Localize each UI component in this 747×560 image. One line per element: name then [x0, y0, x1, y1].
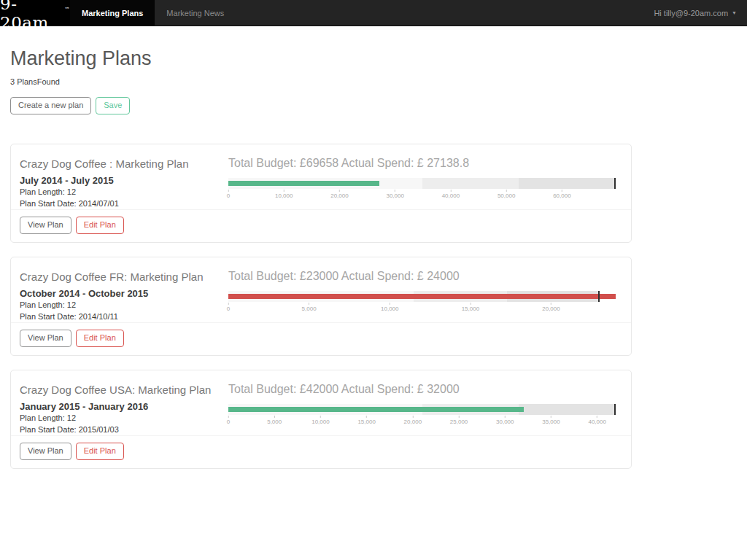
- plans-found-count: 3 PlansFound: [10, 77, 737, 86]
- view-plan-button[interactable]: View Plan: [20, 443, 71, 460]
- axis-tick: 15,000: [462, 303, 479, 312]
- tab-marketing-news[interactable]: Marketing News: [155, 0, 236, 26]
- budget-range-band: [519, 178, 616, 189]
- axis-tick-mark: [551, 416, 551, 418]
- axis-tick: 30,000: [386, 190, 403, 199]
- edit-plan-button[interactable]: Edit Plan: [76, 443, 124, 460]
- view-plan-button[interactable]: View Plan: [20, 330, 71, 347]
- plan-card: Crazy Dog Coffee FR: Marketing Plan Octo…: [10, 257, 632, 356]
- budget-bullet-chart: 05,00010,00015,00020,000: [228, 291, 616, 313]
- axis-tick-label: 30,000: [386, 192, 403, 199]
- axis-tick-mark: [450, 190, 451, 192]
- plan-start-date-label: Plan Start Date: 2014/07/01: [20, 199, 119, 208]
- plan-length-label: Plan Length: 12: [20, 187, 76, 196]
- axis-tick: 60,000: [553, 190, 570, 199]
- plan-date-range: July 2014 - July 2015: [20, 175, 114, 186]
- plan-actions: View Plan Edit Plan: [20, 443, 124, 460]
- create-new-plan-button[interactable]: Create a new plan: [10, 97, 91, 114]
- edit-plan-button[interactable]: Edit Plan: [76, 330, 124, 347]
- axis-tick-mark: [562, 190, 562, 192]
- tab-marketing-plans[interactable]: Marketing Plans: [70, 0, 155, 26]
- axis-tick-label: 40,000: [588, 419, 605, 425]
- axis-tick-label: 0: [227, 306, 230, 312]
- edit-plan-button[interactable]: Edit Plan: [76, 217, 124, 234]
- top-navbar: 9-20am™ Marketing Plans Marketing News H…: [0, 0, 747, 26]
- axis-tick-mark: [597, 416, 597, 418]
- budget-range-band: [519, 404, 616, 415]
- axis-tick-mark: [274, 416, 275, 418]
- plan-date-range: October 2014 - October 2015: [20, 288, 148, 299]
- brand-logo-text: 9-20am: [0, 0, 64, 32]
- budget-spend-heading: Total Budget: £69658 Actual Spend: £ 271…: [228, 157, 469, 170]
- toolbar: Create a new plan Save: [10, 97, 737, 114]
- axis-tick-label: 5,000: [267, 419, 282, 425]
- axis-tick: 35,000: [542, 416, 560, 425]
- axis-tick-label: 25,000: [450, 419, 468, 425]
- axis-tick-label: 20,000: [330, 192, 348, 199]
- axis-tick: 40,000: [442, 190, 460, 199]
- budget-bullet-chart: 010,00020,00030,00040,00050,00060,000: [228, 178, 616, 200]
- axis-tick: 20,000: [330, 190, 348, 199]
- axis-tick: 50,000: [498, 190, 515, 199]
- axis-tick: 0: [227, 190, 230, 199]
- axis-tick-mark: [366, 416, 367, 418]
- axis-tick: 20,000: [404, 416, 422, 425]
- plan-title: Crazy Dog Coffee : Marketing Plan: [20, 158, 189, 170]
- axis-tick: 25,000: [450, 416, 468, 425]
- view-plan-button[interactable]: View Plan: [20, 217, 71, 234]
- plan-title: Crazy Dog Coffee FR: Marketing Plan: [20, 271, 204, 283]
- axis-tick-mark: [459, 416, 460, 418]
- tab-marketing-news-label: Marketing News: [166, 9, 224, 18]
- budget-target-marker: [614, 178, 616, 189]
- axis-tick-label: 20,000: [542, 306, 560, 312]
- axis-tick-label: 20,000: [404, 419, 422, 425]
- axis-tick-mark: [412, 416, 413, 418]
- plan-date-range: January 2015 - January 2016: [20, 401, 148, 412]
- axis-tick-label: 50,000: [498, 192, 515, 199]
- chevron-down-icon: ▼: [732, 10, 737, 15]
- axis-tick-label: 0: [227, 419, 230, 425]
- budget-spend-heading: Total Budget: £42000 Actual Spend: £ 320…: [228, 383, 460, 396]
- card-divider: [11, 322, 631, 323]
- user-greeting: Hi tilly@9-20am.com: [654, 9, 728, 18]
- budget-range-band: [422, 178, 519, 189]
- card-divider: [11, 435, 631, 436]
- plan-length-label: Plan Length: 12: [20, 413, 76, 422]
- axis-tick-mark: [228, 416, 228, 418]
- plan-card-list: Crazy Dog Coffee : Marketing Plan July 2…: [10, 144, 737, 469]
- plan-start-date-label: Plan Start Date: 2014/10/11: [20, 312, 118, 321]
- axis-tick: 10,000: [311, 416, 329, 425]
- axis-tick-mark: [284, 190, 285, 192]
- actual-spend-bar: [228, 407, 524, 412]
- user-account-menu[interactable]: Hi tilly@9-20am.com ▼: [654, 0, 747, 26]
- axis-tick-mark: [395, 190, 395, 192]
- axis-tick-mark: [228, 303, 228, 305]
- axis-tick: 20,000: [542, 303, 560, 312]
- axis-tick-mark: [339, 190, 340, 192]
- actual-spend-bar: [228, 294, 616, 299]
- axis-tick-label: 10,000: [381, 306, 398, 312]
- page-title: Marketing Plans: [10, 47, 737, 70]
- plan-actions: View Plan Edit Plan: [20, 330, 124, 347]
- plan-card: Crazy Dog Coffee : Marketing Plan July 2…: [10, 144, 632, 243]
- save-button[interactable]: Save: [96, 97, 130, 114]
- plan-length-label: Plan Length: 12: [20, 300, 76, 309]
- axis-tick-label: 5,000: [302, 306, 317, 312]
- axis-tick-label: 15,000: [462, 306, 479, 312]
- plan-actions: View Plan Edit Plan: [20, 217, 124, 234]
- budget-target-marker: [598, 291, 600, 302]
- budget-target-marker: [614, 404, 616, 415]
- axis-tick-label: 0: [227, 192, 230, 199]
- axis-tick-mark: [470, 303, 471, 305]
- axis-tick-label: 30,000: [496, 419, 514, 425]
- axis-tick: 0: [227, 416, 230, 425]
- card-divider: [11, 209, 631, 210]
- axis-tick-mark: [320, 416, 321, 418]
- budget-spend-heading: Total Budget: £23000 Actual Spend: £ 240…: [228, 270, 460, 283]
- axis-tick-label: 10,000: [311, 419, 329, 425]
- budget-bullet-chart: 05,00010,00015,00020,00025,00030,00035,0…: [228, 404, 616, 426]
- axis-tick: 40,000: [588, 416, 605, 425]
- axis-tick-mark: [309, 303, 309, 305]
- axis-tick-mark: [390, 303, 390, 305]
- axis-tick: 10,000: [275, 190, 293, 199]
